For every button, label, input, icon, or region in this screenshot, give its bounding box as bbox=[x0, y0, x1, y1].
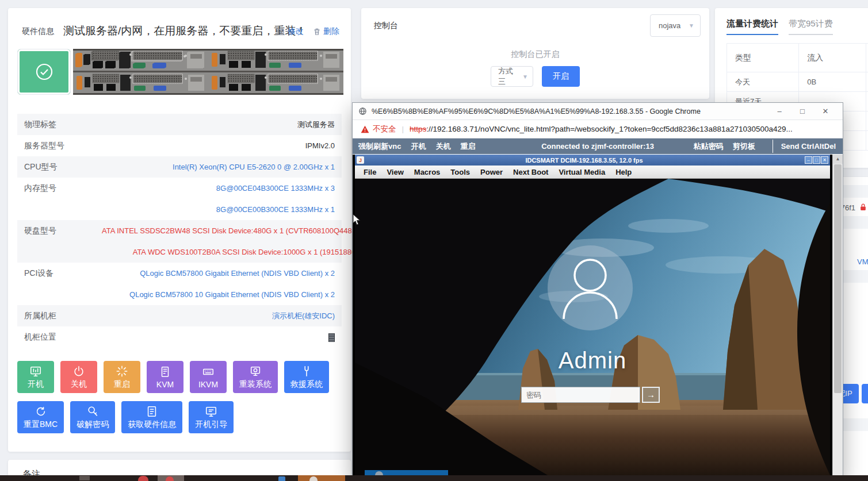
vm-link[interactable]: VM bbox=[857, 257, 868, 266]
chrome-url-bar[interactable]: 不安全 | https://192.168.3.71/noVNC/vnc_lit… bbox=[353, 120, 843, 138]
power-on-button[interactable]: 开机 bbox=[17, 361, 54, 393]
scrollbar-thumb[interactable] bbox=[834, 164, 842, 393]
reinstall-os-button[interactable]: 重装系统 bbox=[233, 361, 278, 393]
login-submit-arrow-button[interactable]: → bbox=[642, 387, 660, 403]
menu-help[interactable]: Help bbox=[610, 168, 637, 176]
reset-bmc-button[interactable]: 重置BMC bbox=[17, 401, 64, 433]
tab-traffic-billing[interactable]: 流量计费统计 bbox=[726, 18, 778, 35]
keyboard-icon bbox=[202, 365, 215, 378]
security-warning-label[interactable]: 不安全 bbox=[373, 124, 396, 134]
java-icon: J bbox=[357, 156, 364, 164]
chrome-titlebar[interactable]: %E6%B5%8B%E8%AF%95%E6%9C%8D%E5%8A%A1%E5%… bbox=[353, 103, 843, 120]
url-text: ://192.168.3.71/noVNC/vnc_lite.html?path… bbox=[426, 125, 792, 133]
remote-desktop-screen[interactable]: Admin → bbox=[355, 179, 830, 475]
taskbar-active-app[interactable] bbox=[298, 475, 345, 481]
novnc-page: J IDCSMART DCIM-192.168.3.55, 12.0 fps –… bbox=[353, 155, 843, 480]
vnc-power-on-button[interactable]: 开机 bbox=[411, 141, 426, 152]
login-username: Admin bbox=[355, 348, 830, 374]
server-photo bbox=[73, 49, 343, 95]
maximize-button[interactable]: □ bbox=[791, 103, 814, 120]
burst-icon bbox=[116, 365, 128, 378]
novnc-toolbar: Connected to zjmf-controller:13 强制刷新vnc … bbox=[353, 138, 843, 154]
minimize-button[interactable]: – bbox=[768, 103, 791, 120]
delete-button[interactable]: 删除 bbox=[313, 26, 339, 37]
kvm-button[interactable]: KVM bbox=[147, 361, 183, 393]
wrench-icon bbox=[300, 365, 313, 378]
rack-position-icon[interactable] bbox=[328, 333, 335, 342]
edit-button[interactable]: 修改 bbox=[277, 26, 304, 37]
login-notification-bar[interactable] bbox=[365, 470, 448, 475]
scrollbar-up-arrow[interactable]: ▲ bbox=[833, 155, 843, 164]
vnc-close-button[interactable]: ✕ bbox=[821, 156, 828, 164]
open-console-button[interactable]: 开启 bbox=[542, 66, 580, 87]
boot-order-button[interactable]: 开机引导 bbox=[189, 401, 234, 433]
hardware-panel-label: 硬件信息 bbox=[22, 26, 54, 37]
menu-macros[interactable]: Macros bbox=[409, 168, 446, 176]
password-input[interactable] bbox=[521, 387, 640, 403]
hardware-actions: 修改 删除 bbox=[277, 26, 339, 37]
force-refresh-vnc-button[interactable]: 强制刷新vnc bbox=[358, 141, 401, 152]
power-off-button[interactable]: 关机 bbox=[60, 361, 97, 393]
power-icon bbox=[72, 365, 85, 378]
host-taskbar[interactable] bbox=[0, 475, 868, 481]
console-controls: 方式三 ▼ 开启 bbox=[361, 66, 709, 87]
lock-icon[interactable] bbox=[859, 203, 867, 211]
renderer-select[interactable]: nojava ▼ bbox=[650, 14, 701, 37]
method-select[interactable]: 方式三 ▼ bbox=[491, 66, 533, 87]
table-row: 内存型号 8G@00CE04B300CE 1333MHz x 3 8G@00CE… bbox=[17, 178, 342, 220]
menu-power[interactable]: Power bbox=[475, 168, 508, 176]
tab-bandwidth-95[interactable]: 带宽95计费 bbox=[789, 18, 833, 35]
crack-password-button[interactable]: 破解密码 bbox=[70, 401, 115, 433]
vnc-reboot-button[interactable]: 重启 bbox=[460, 141, 475, 152]
vnc-window-title: IDCSMART DCIM-192.168.3.55, 12.0 fps bbox=[364, 157, 804, 164]
menu-view[interactable]: View bbox=[381, 168, 408, 176]
monitor-gear-icon bbox=[249, 365, 262, 378]
page-scrollbar[interactable]: ▲ bbox=[832, 155, 843, 480]
get-hardware-info-button[interactable]: 获取硬件信息 bbox=[121, 401, 182, 433]
menu-virtual-media[interactable]: Virtual Media bbox=[553, 168, 610, 176]
monitor-icon bbox=[29, 365, 42, 378]
taskbar-icon[interactable] bbox=[278, 476, 285, 481]
table-row: 物理标签 测试服务器 bbox=[17, 114, 342, 135]
traffic-tabs: 流量计费统计 带宽95计费 bbox=[726, 18, 833, 35]
divider: | bbox=[402, 125, 404, 133]
server-title: 测试服务器/内网，在用服务器，不要重启，重装！ bbox=[63, 24, 307, 39]
menu-tools[interactable]: Tools bbox=[445, 168, 475, 176]
vnc-menubar: File View Macros Tools Power Next Boot V… bbox=[355, 166, 830, 179]
ikvm-button[interactable]: IKVM bbox=[190, 361, 227, 393]
table-row: 今天 0B 0B bbox=[727, 72, 868, 92]
paste-password-button[interactable]: 粘贴密码 bbox=[694, 141, 724, 152]
vnc-power-off-button[interactable]: 关机 bbox=[435, 141, 450, 152]
magnifier-key-icon bbox=[86, 405, 99, 418]
partial-button[interactable] bbox=[862, 384, 868, 403]
table-row: PCI设备 QLogic BCM57800 Gigabit Ethernet (… bbox=[17, 263, 342, 305]
taskbar-icon[interactable] bbox=[166, 476, 174, 481]
reboot-button[interactable]: 重启 bbox=[104, 361, 140, 393]
hardware-info-table: 物理标签 测试服务器 服务器型号 IPMIv2.0 CPU型号 Intel(R)… bbox=[17, 114, 342, 348]
table-row: 硬盘型号 ATA INTEL SSDSC2BW48 SCSI Disk Devi… bbox=[17, 220, 342, 263]
taskbar-icon[interactable] bbox=[79, 476, 90, 480]
taskbar-icon[interactable] bbox=[309, 476, 318, 481]
chevron-down-icon: ▼ bbox=[689, 22, 694, 29]
check-circle-icon bbox=[34, 61, 55, 82]
clipboard-button[interactable]: 剪切板 bbox=[733, 141, 755, 152]
menu-next-boot[interactable]: Next Boot bbox=[508, 168, 553, 176]
vnc-maximize-button[interactable]: □ bbox=[813, 156, 820, 164]
rescue-system-button[interactable]: 救援系统 bbox=[284, 361, 329, 393]
taskbar-icon[interactable] bbox=[138, 476, 148, 481]
close-button[interactable]: ✕ bbox=[814, 103, 837, 120]
hardware-panel: 硬件信息 测试服务器/内网，在用服务器，不要重启，重装！ 修改 删除 bbox=[8, 8, 351, 452]
edit-icon bbox=[277, 28, 285, 36]
send-ctrl-alt-del-button[interactable]: Send CtrlAltDel bbox=[773, 140, 837, 153]
vnc-window-titlebar[interactable]: J IDCSMART DCIM-192.168.3.55, 12.0 fps –… bbox=[355, 155, 830, 166]
url-scheme: https bbox=[410, 125, 426, 133]
table-header-row: 类型 流入 流出 bbox=[727, 44, 868, 72]
globe-icon bbox=[358, 107, 367, 116]
table-row: 机柜位置 bbox=[17, 326, 342, 348]
rotate-icon bbox=[35, 405, 47, 418]
app-root: 硬件信息 测试服务器/内网，在用服务器，不要重启，重装！ 修改 删除 bbox=[0, 0, 868, 481]
cabinet-link[interactable]: 演示机柜(雄安IDC) bbox=[102, 305, 335, 326]
vnc-minimize-button[interactable]: – bbox=[805, 156, 812, 164]
kvm-box-icon bbox=[159, 365, 171, 378]
menu-file[interactable]: File bbox=[358, 168, 381, 176]
